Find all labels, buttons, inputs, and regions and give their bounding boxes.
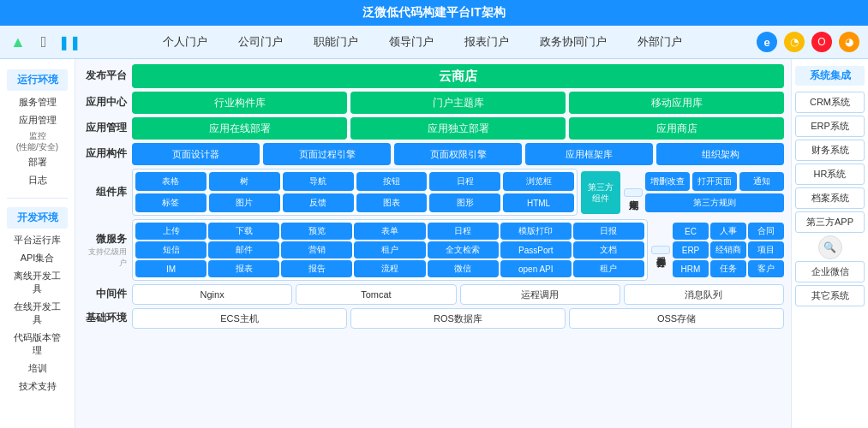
ms-report2[interactable]: 报告 <box>281 260 352 277</box>
page-designer[interactable]: 页面设计器 <box>132 143 260 165</box>
nav-function[interactable]: 职能门户 <box>298 31 374 53</box>
app-standalone-deploy[interactable]: 应用独立部署 <box>350 117 566 140</box>
rule-open-page[interactable]: 打开页面 <box>692 172 737 191</box>
sys-third-app[interactable]: 第三方APP <box>795 211 865 233</box>
wechat-search-icon[interactable]: 🔍 <box>818 235 842 259</box>
ms-fulltext[interactable]: 全文检索 <box>428 241 499 259</box>
ms-tenant[interactable]: 租户 <box>354 241 425 259</box>
ms-report[interactable]: 报表 <box>208 260 279 277</box>
sidebar-app-mgmt[interactable]: 应用管理 <box>7 111 68 129</box>
suite-erp[interactable]: ERP <box>673 241 709 259</box>
ie-icon[interactable]: e <box>757 32 777 52</box>
ms-im[interactable]: IM <box>135 260 207 277</box>
middleware-tomcat[interactable]: Tomcat <box>296 284 456 305</box>
nav-company[interactable]: 公司门户 <box>223 31 298 53</box>
ms-sms[interactable]: 短信 <box>135 241 207 259</box>
sidebar-deploy[interactable]: 部署 <box>7 153 68 171</box>
app-online-deploy[interactable]: 应用在线部署 <box>132 117 347 140</box>
comp-image[interactable]: 图片 <box>209 193 280 212</box>
third-party-comp[interactable]: 第三方组件 <box>581 171 620 214</box>
sidebar-online-tool[interactable]: 在线开发工具 <box>7 298 68 329</box>
ms-template-print[interactable]: 模版打印 <box>500 223 572 240</box>
ms-tenant2[interactable]: 租户 <box>573 260 644 277</box>
ms-form[interactable]: 表单 <box>354 223 425 240</box>
sidebar-training[interactable]: 培训 <box>7 360 68 377</box>
run-env-title[interactable]: 运行环境 <box>7 69 68 91</box>
ms-passport[interactable]: PassPort <box>500 241 572 259</box>
industry-lib[interactable]: 行业构件库 <box>132 92 347 114</box>
suite-dealer[interactable]: 经销商 <box>710 241 746 259</box>
page-process-engine[interactable]: 页面过程引擎 <box>263 143 391 165</box>
sidebar-service-mgmt[interactable]: 服务管理 <box>7 93 68 111</box>
base-ros[interactable]: ROS数据库 <box>350 308 566 329</box>
rule-crud[interactable]: 增删改查 <box>645 172 690 191</box>
ms-preview[interactable]: 预览 <box>281 223 352 240</box>
dev-env-title[interactable]: 开发环境 <box>7 207 68 229</box>
nav-personal[interactable]: 个人门户 <box>147 31 223 53</box>
ms-daily[interactable]: 日报 <box>573 223 644 240</box>
apple-icon[interactable]:  <box>34 33 53 51</box>
sidebar-platform-lib[interactable]: 平台运行库 <box>7 231 68 249</box>
nav-leader[interactable]: 领导门户 <box>374 31 449 53</box>
comp-shape[interactable]: 图形 <box>429 193 500 212</box>
suite-task[interactable]: 任务 <box>710 260 746 277</box>
nav-gov[interactable]: 政务协同门户 <box>524 31 622 53</box>
sidebar-log[interactable]: 日志 <box>7 171 68 189</box>
comp-button[interactable]: 按钮 <box>356 172 428 191</box>
org-structure[interactable]: 组织架构 <box>656 143 784 165</box>
comp-schedule[interactable]: 日程 <box>429 172 500 191</box>
firefox-icon[interactable]: ◕ <box>839 32 859 52</box>
portal-theme-lib[interactable]: 门户主题库 <box>350 92 566 114</box>
suite-ec[interactable]: EC <box>673 223 709 240</box>
app-store[interactable]: 应用商店 <box>569 117 784 140</box>
app-framework-lib[interactable]: 应用框架库 <box>525 143 653 165</box>
suite-hrm[interactable]: HRM <box>673 260 709 277</box>
sys-hr[interactable]: HR系统 <box>795 163 865 185</box>
sidebar-code-ver[interactable]: 代码版本管理 <box>7 329 68 360</box>
suite-contract[interactable]: 合同 <box>748 223 784 240</box>
sys-erp[interactable]: ERP系统 <box>795 116 865 137</box>
android-icon[interactable]: ▲ <box>9 33 27 51</box>
ms-openapi[interactable]: open API <box>500 260 572 277</box>
middleware-nginx[interactable]: Nginx <box>132 284 292 305</box>
ms-download[interactable]: 下载 <box>208 223 279 240</box>
comp-browser[interactable]: 浏览框 <box>503 172 574 191</box>
comp-tag[interactable]: 标签 <box>135 193 207 212</box>
suite-project[interactable]: 项目 <box>748 241 784 259</box>
comp-nav[interactable]: 导航 <box>283 172 354 191</box>
opera-icon[interactable]: O <box>811 32 832 52</box>
rule-notify[interactable]: 通知 <box>739 172 784 191</box>
suite-hr[interactable]: 人事 <box>710 223 746 240</box>
sys-crm[interactable]: CRM系统 <box>795 92 865 113</box>
nav-external[interactable]: 外部门户 <box>622 31 697 53</box>
middleware-mq[interactable]: 消息队列 <box>624 284 784 305</box>
windows-icon[interactable]: ❚❚ <box>60 33 79 51</box>
page-permission-engine[interactable]: 页面权限引擎 <box>394 143 522 165</box>
comp-chart[interactable]: 图表 <box>356 193 428 212</box>
sidebar-tech-support[interactable]: 技术支持 <box>7 377 68 395</box>
comp-table[interactable]: 表格 <box>135 172 207 191</box>
ms-marketing[interactable]: 营销 <box>281 241 352 259</box>
sidebar-monitor[interactable]: 监控(性能/安全) <box>7 129 68 153</box>
ms-upload[interactable]: 上传 <box>135 223 207 240</box>
ms-workflow[interactable]: 流程 <box>354 260 425 277</box>
ms-email[interactable]: 邮件 <box>208 241 279 259</box>
comp-tree[interactable]: 树 <box>209 172 280 191</box>
sys-archive[interactable]: 档案系统 <box>795 187 865 209</box>
sidebar-offline-tool[interactable]: 离线开发工具 <box>7 267 68 298</box>
ms-wechat[interactable]: 微信 <box>428 260 499 277</box>
base-oss[interactable]: OSS存储 <box>569 308 784 329</box>
comp-html[interactable]: HTML <box>503 193 574 212</box>
cloud-store[interactable]: 云商店 <box>132 64 784 88</box>
ms-schedule[interactable]: 日程 <box>428 223 499 240</box>
base-ecs[interactable]: ECS主机 <box>132 308 347 329</box>
suite-customer[interactable]: 客户 <box>748 260 784 277</box>
sys-finance[interactable]: 财务系统 <box>795 140 865 161</box>
mobile-app-lib[interactable]: 移动应用库 <box>569 92 784 114</box>
chrome-icon[interactable]: ◔ <box>784 32 805 52</box>
sys-enterprise-wechat[interactable]: 企业微信 <box>795 261 865 282</box>
middleware-rpc[interactable]: 运程调用 <box>460 284 620 305</box>
sys-other[interactable]: 其它系统 <box>795 285 865 306</box>
ms-doc[interactable]: 文档 <box>573 241 644 259</box>
sidebar-api[interactable]: API集合 <box>7 249 68 267</box>
